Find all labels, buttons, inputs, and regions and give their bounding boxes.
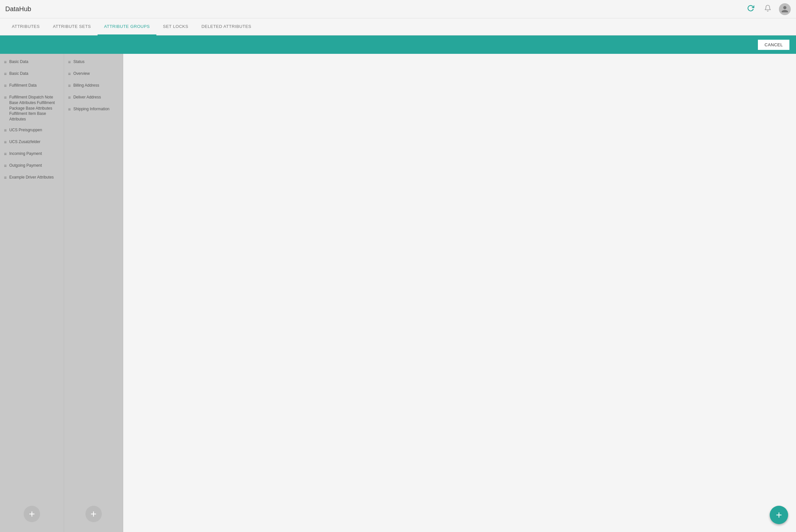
tab-attributes[interactable]: ATTRIBUTES (5, 18, 46, 35)
notifications-button[interactable] (762, 3, 774, 15)
list-item[interactable]: ≡ Shipping Information (64, 104, 123, 115)
drag-icon: ≡ (68, 107, 71, 112)
list-item[interactable]: ≡ Billing Address (64, 80, 123, 92)
list-item[interactable]: ≡ Basic Data (0, 68, 64, 80)
drag-icon: ≡ (4, 164, 6, 168)
list-item[interactable]: ≡ Fulfillment Data (0, 80, 64, 92)
list-item[interactable]: ≡ Fulfillment Dispatch Note Base Attribu… (0, 92, 64, 125)
tab-set-locks[interactable]: SET LOCKS (156, 18, 195, 35)
item-label: Basic Data (9, 59, 28, 65)
tab-deleted-attributes[interactable]: DELETED ATTRIBUTES (195, 18, 258, 35)
middle-panel: ≡ Status ≡ Overview ≡ Billing Address ≡ … (64, 54, 123, 532)
drag-icon: ≡ (68, 72, 71, 76)
left-panel: ≡ Basic Data ≡ Basic Data ≡ Fulfillment … (0, 54, 64, 532)
list-item[interactable]: ≡ Outgoing Payment (0, 160, 64, 172)
app-logo: DataHub (5, 5, 31, 13)
list-item[interactable]: ≡ Status (64, 56, 123, 68)
drag-icon: ≡ (68, 95, 71, 100)
tab-bar: ATTRIBUTES ATTRIBUTE SETS ATTRIBUTE GROU… (0, 18, 796, 35)
fab-add-button[interactable]: + (770, 506, 788, 524)
drag-icon: ≡ (4, 60, 6, 64)
drag-icon: ≡ (4, 175, 6, 180)
middle-panel-add-button[interactable]: + (86, 506, 102, 522)
item-label: UCS Zusatzfelder (9, 139, 40, 145)
right-panel (123, 54, 796, 532)
left-panel-list: ≡ Basic Data ≡ Basic Data ≡ Fulfillment … (0, 54, 64, 499)
item-label: Example Driver Attributes (9, 175, 54, 180)
main-content: ≡ Basic Data ≡ Basic Data ≡ Fulfillment … (0, 54, 796, 532)
drag-icon: ≡ (4, 140, 6, 145)
drag-icon: ≡ (4, 152, 6, 156)
drag-icon: ≡ (4, 95, 6, 100)
list-item[interactable]: ≡ Basic Data (0, 56, 64, 68)
item-label: Shipping Information (73, 106, 109, 112)
list-item[interactable]: ≡ Example Driver Attributes (0, 172, 64, 184)
item-label: Incoming Payment (9, 151, 42, 156)
bell-icon (764, 5, 771, 14)
drag-icon: ≡ (4, 83, 6, 88)
app-bar: DataHub (0, 0, 796, 18)
list-item[interactable]: ≡ UCS Zusatzfelder (0, 136, 64, 148)
list-item[interactable]: ≡ Deliver Address (64, 92, 123, 104)
item-label: UCS Preisgruppen (9, 127, 42, 133)
refresh-button[interactable] (745, 3, 757, 15)
app-bar-right (745, 3, 791, 15)
drag-icon: ≡ (4, 128, 6, 133)
list-item[interactable]: ≡ Incoming Payment (0, 148, 64, 160)
refresh-icon (747, 5, 754, 14)
item-label: Outgoing Payment (9, 163, 42, 168)
item-label: Overview (73, 71, 90, 76)
avatar[interactable] (779, 3, 791, 15)
tab-attribute-groups[interactable]: ATTRIBUTE GROUPS (97, 18, 156, 35)
list-item[interactable]: ≡ UCS Preisgruppen (0, 125, 64, 136)
left-panel-add-button[interactable]: + (24, 506, 40, 522)
action-bar: CANCEL (0, 35, 796, 54)
item-label: Billing Address (73, 83, 99, 88)
tab-attribute-sets[interactable]: ATTRIBUTE SETS (46, 18, 97, 35)
drag-icon: ≡ (68, 60, 71, 64)
drag-icon: ≡ (68, 83, 71, 88)
item-label: Basic Data (9, 71, 28, 76)
drag-icon: ≡ (4, 72, 6, 76)
item-label: Fulfillment Dispatch Note Base Attribute… (9, 95, 60, 122)
item-label: Status (73, 59, 85, 65)
middle-panel-add-area: + (64, 499, 123, 532)
list-item[interactable]: ≡ Overview (64, 68, 123, 80)
cancel-button[interactable]: CANCEL (758, 40, 790, 50)
item-label: Deliver Address (73, 95, 101, 100)
middle-panel-list: ≡ Status ≡ Overview ≡ Billing Address ≡ … (64, 54, 123, 499)
left-panel-add-area: + (0, 499, 64, 532)
item-label: Fulfillment Data (9, 83, 36, 88)
app-bar-left: DataHub (5, 5, 31, 13)
